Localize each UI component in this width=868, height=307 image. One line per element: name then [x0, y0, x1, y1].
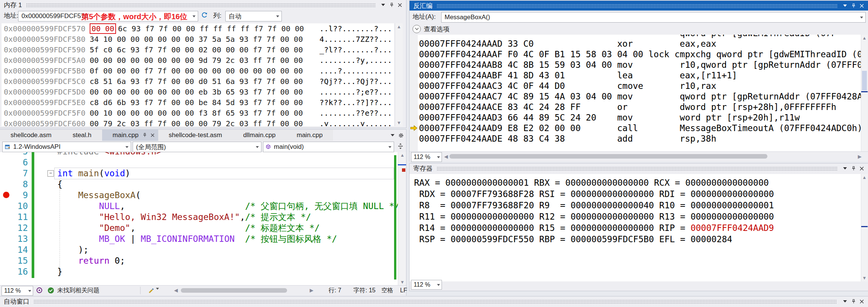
refresh-icon[interactable]	[200, 11, 209, 19]
memory-row-hex: c8 51 6a 93 f7 7f 00 00 d0 51 6a 93 f7 7…	[90, 77, 303, 86]
memory-row-ascii: ....?...........	[319, 66, 392, 76]
scroll-down-icon[interactable]: ▼	[861, 275, 868, 281]
memory-column-combo[interactable]: 自动	[225, 11, 282, 21]
memory-row-ascii: ?Qj??...?Qj??...	[319, 76, 392, 87]
tab-steal-h[interactable]: steal.h	[62, 130, 102, 141]
scrollbar-thumb[interactable]	[862, 71, 867, 90]
close-icon[interactable]	[857, 165, 866, 172]
disassembly-row current: 00007FFF0424AAD9 E8 E2 02 00 00 call Mes…	[419, 123, 861, 133]
scope-dropdown[interactable]: (全局范围)	[133, 142, 261, 152]
memory-column-label: 列:	[213, 11, 222, 21]
chevron-down-icon[interactable]	[156, 288, 159, 290]
tab-main-cpp-2[interactable]: main.cpp	[286, 130, 333, 141]
editor-scrollbar[interactable]: ▲ ▼	[398, 152, 406, 285]
registers-list[interactable]: RAX = 0000000000000001 RBX = 00000000000…	[410, 174, 861, 281]
editor-tabstrip: shellcode.asm steal.h main.cpp shellcode…	[0, 130, 406, 141]
disassembly-titlebar[interactable]: 反汇编	[410, 1, 868, 11]
registers-scrollbar[interactable]: ▲ ▼	[861, 174, 868, 281]
tab-dllmain-cpp[interactable]: dllmain.cpp	[232, 130, 286, 141]
memory-row-ascii: ..l??.......?...	[319, 23, 392, 34]
status-column: 字符: 15	[353, 286, 376, 295]
memory-row-hex: 00 79 2c 03 ff 7f 00 00 00 79 2c 03 ff 7…	[90, 119, 303, 126]
memory-hex-dump[interactable]: 0x000000599FDCF57000 006c 93 f7 7f 00 00…	[2, 23, 394, 126]
registers-window: 寄存器 RAX = 0000000000000001 RBX = 0000000…	[410, 163, 868, 291]
titlebar-grip	[26, 3, 375, 8]
combo-arrow-icon[interactable]	[386, 142, 394, 152]
chevron-down-icon[interactable]	[841, 298, 849, 305]
circle-chevron-icon[interactable]	[413, 25, 421, 33]
editor-zoom-control[interactable]: 112 %	[2, 286, 33, 296]
scroll-down-icon[interactable]: ▼	[395, 120, 403, 125]
pin-icon[interactable]	[387, 1, 396, 9]
scroll-down-icon[interactable]: ▼	[398, 280, 406, 285]
status-eol[interactable]: LF	[400, 286, 407, 295]
memory-row-address: 0x000000599FDCF5A0	[4, 55, 90, 66]
gear-icon[interactable]	[398, 133, 404, 138]
close-icon[interactable]	[151, 133, 154, 137]
memory-row-hex: 5f c0 6c 93 f7 7f 00 00 02 00 00 00 f7 7…	[90, 45, 303, 54]
tab-shellcode-asm[interactable]: shellcode.asm	[0, 130, 62, 141]
pin-icon[interactable]	[849, 165, 857, 172]
collapse-minus-icon[interactable]: −	[47, 170, 54, 177]
code-editing-surface[interactable]: 5#include <windows.h> 6 7int main(void) …	[0, 152, 406, 285]
status-spaces[interactable]: 空格	[381, 286, 393, 295]
problems-status[interactable]: 未找到相关问题	[57, 286, 99, 295]
tab-main-cpp-active[interactable]: main.cpp	[102, 130, 158, 141]
hscroll-thumb[interactable]	[181, 288, 287, 293]
combo-arrow-icon[interactable]	[27, 290, 33, 292]
chevron-down-icon[interactable]	[391, 134, 394, 136]
memory-titlebar[interactable]: 内存 1	[0, 0, 406, 10]
pin-icon[interactable]	[849, 2, 857, 9]
scroll-up-icon[interactable]: ▲	[395, 24, 403, 29]
combo-arrow-icon[interactable]	[190, 11, 198, 21]
tab-shellcode-test-asm[interactable]: shellcode-test.asm	[158, 130, 233, 141]
pin-icon[interactable]	[142, 133, 147, 137]
hscroll-left-icon[interactable]: ◀	[444, 152, 448, 162]
memory-row-address: 0x000000599FDCF5D0	[4, 87, 90, 97]
current-statement-arrow-icon	[410, 125, 417, 131]
view-options-label: 查看选项	[424, 25, 449, 34]
combo-arrow-icon[interactable]	[436, 284, 442, 286]
format-brush-icon[interactable]	[148, 287, 154, 293]
scrollbar-position-marker	[861, 226, 868, 227]
combo-arrow-icon[interactable]	[274, 11, 281, 21]
combo-arrow-icon[interactable]	[858, 12, 865, 22]
combo-arrow-icon[interactable]	[254, 142, 261, 152]
chevron-down-icon[interactable]	[841, 2, 849, 9]
close-icon[interactable]	[857, 298, 866, 305]
disassembly-address-combo[interactable]: MessageBoxA()	[441, 12, 866, 23]
code-line: 9 MessageBoxA(	[0, 190, 393, 201]
view-options-expander[interactable]: 查看选项	[413, 24, 449, 34]
hscroll-right-icon[interactable]: ▶	[310, 286, 313, 295]
scroll-up-icon[interactable]: ▲	[861, 35, 868, 41]
method-dropdown[interactable]: main(void)	[263, 142, 394, 152]
close-icon[interactable]	[396, 1, 404, 9]
disassembly-zoom-control[interactable]: 112 %	[411, 152, 442, 162]
chevron-down-icon[interactable]	[379, 1, 387, 9]
scroll-up-icon[interactable]: ▲	[398, 153, 406, 158]
feedback-icon[interactable]	[36, 287, 43, 293]
breakpoint-icon[interactable]	[3, 192, 9, 198]
hscroll-left-icon[interactable]: ◀	[174, 286, 178, 295]
registers-titlebar[interactable]: 寄存器	[410, 163, 868, 173]
combo-arrow-icon[interactable]	[436, 156, 442, 158]
hscroll-right-icon[interactable]: ▶	[858, 152, 862, 162]
disassembly-margin[interactable]	[410, 35, 418, 151]
code-line: 5#include <windows.h>	[0, 152, 393, 157]
autos-titlebar[interactable]: 自动窗口	[0, 296, 868, 306]
registers-zoom-control[interactable]: 112 %	[411, 280, 442, 290]
close-icon[interactable]	[857, 2, 866, 9]
pin-icon[interactable]	[849, 298, 857, 305]
disassembly-scrollbar[interactable]: ▲	[861, 35, 868, 151]
memory-row-hex: c8 d6 6b 93 f7 7f 00 00 be 84 5d 93 f7 7…	[90, 98, 303, 107]
hscroll-thumb[interactable]	[449, 154, 767, 159]
scroll-up-icon[interactable]: ▲	[861, 175, 868, 180]
chevron-down-icon[interactable]	[841, 165, 849, 172]
combo-arrow-icon[interactable]	[123, 142, 131, 152]
split-editor-icon[interactable]	[396, 142, 405, 150]
disassembly-listing[interactable]: qword ptr [gdwEMIThreadID (07F 00007FFF0…	[410, 35, 861, 151]
project-dropdown[interactable]: 1.2-WindowsAPI	[2, 142, 131, 152]
memory-scrollbar[interactable]: ▲ ▼	[395, 23, 403, 126]
disassembly-row: 00007FFF0424AAAD 33 C0 xor eax,eax	[419, 38, 861, 49]
register-row: RAX = 0000000000000001 RBX = 00000000000…	[410, 177, 861, 188]
